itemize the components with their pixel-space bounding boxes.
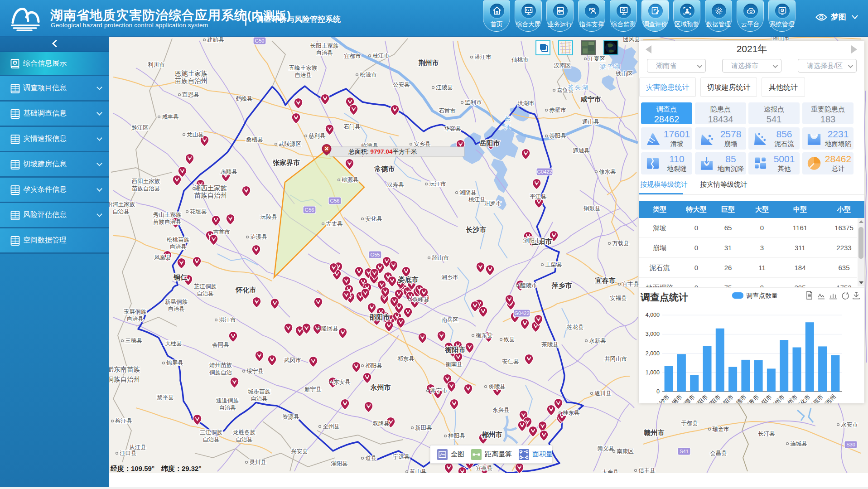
svg-text:恩施土家族: 恩施土家族 (174, 70, 208, 77)
svg-text:双峰县: 双峰县 (412, 296, 429, 303)
svg-text:宣恩县: 宣恩县 (182, 92, 199, 98)
svg-text:黔江区: 黔江区 (131, 125, 149, 131)
svg-text:安乡县: 安乡县 (414, 141, 431, 147)
svg-text:张家界市: 张家界市 (273, 159, 300, 166)
svg-text:于都县: 于都县 (681, 420, 698, 426)
svg-text:自治县: 自治县 (219, 405, 236, 411)
svg-text:永新县: 永新县 (589, 338, 606, 344)
svg-text:S41: S41 (680, 449, 689, 454)
svg-text:平江县: 平江县 (530, 194, 547, 200)
svg-text:沿河土家族: 沿河土家族 (109, 201, 135, 208)
svg-text:玉屏侗族: 玉屏侗族 (124, 309, 147, 315)
svg-text:自治县: 自治县 (251, 396, 268, 402)
svg-text:湘西土家族: 湘西土家族 (194, 184, 227, 192)
svg-text:松滋市: 松滋市 (360, 72, 377, 78)
svg-text:铜仁: 铜仁 (173, 273, 187, 281)
svg-text:武陵源区: 武陵源区 (278, 141, 302, 147)
svg-text:自治县: 自治县 (112, 208, 130, 215)
svg-text:建始县: 建始县 (207, 37, 224, 43)
svg-text:桃源县: 桃源县 (342, 177, 359, 183)
svg-text:莲花县: 莲花县 (567, 324, 584, 330)
svg-text:华容县: 华容县 (444, 126, 461, 132)
svg-text:瑞金市: 瑞金市 (712, 426, 729, 432)
svg-text:侗族自治: 侗族自治 (209, 369, 232, 376)
svg-text:荆州市: 荆州市 (418, 59, 439, 67)
svg-text:自治县: 自治县 (316, 50, 333, 56)
svg-text:利川市: 利川市 (147, 62, 165, 68)
svg-text:团风县: 团风县 (623, 36, 640, 43)
svg-text:宁远县: 宁远县 (393, 454, 410, 460)
svg-text:汨罗市: 汨罗市 (484, 200, 502, 207)
svg-text:灌阳县: 灌阳县 (331, 460, 348, 467)
svg-text:赤壁市: 赤壁市 (549, 107, 566, 113)
svg-text:G56: G56 (305, 207, 314, 213)
svg-text:榕江县: 榕江县 (115, 418, 132, 424)
svg-text:石首市: 石首市 (439, 108, 456, 114)
svg-text:宜丰县: 宜丰县 (622, 281, 639, 287)
svg-text:桂东县: 桂东县 (562, 410, 580, 416)
svg-text:咸宁市: 咸宁市 (580, 95, 601, 103)
svg-text:湘乡市: 湘乡市 (441, 274, 458, 281)
svg-text:黎平县: 黎平县 (157, 394, 174, 401)
svg-text:铁山区: 铁山区 (615, 71, 633, 77)
svg-text:绥宁县: 绥宁县 (246, 368, 264, 374)
svg-text:灵川县: 灵川县 (249, 459, 266, 465)
svg-text:松桃苗族: 松桃苗族 (167, 237, 190, 243)
svg-text:新宁县: 新宁县 (304, 386, 322, 392)
svg-text:通山县: 通山县 (582, 119, 599, 125)
svg-text:遂川县: 遂川县 (594, 390, 612, 397)
svg-text:三穗县: 三穗县 (125, 338, 142, 344)
svg-text:信丰县: 信丰县 (638, 467, 656, 473)
svg-text:郴州市: 郴州市 (482, 431, 502, 438)
svg-text:苗族自治县: 苗族自治县 (153, 219, 182, 225)
svg-text:沅江市: 沅江市 (429, 181, 446, 187)
svg-text:万载县: 万载县 (612, 240, 629, 247)
svg-text:韶山市: 韶山市 (431, 255, 449, 261)
svg-text:沅陵县: 沅陵县 (260, 214, 277, 220)
svg-text:潜江市: 潜江市 (474, 54, 492, 60)
svg-text:常宁市: 常宁市 (430, 387, 448, 394)
svg-text:萍乡市: 萍乡市 (551, 281, 572, 289)
svg-text:长沙市: 长沙市 (466, 226, 487, 233)
svg-text:永兴县: 永兴县 (492, 407, 510, 413)
svg-text:永安市: 永安市 (841, 421, 858, 428)
svg-text:祁阳县: 祁阳县 (365, 363, 382, 369)
svg-text:岳阳市: 岳阳市 (479, 139, 500, 147)
svg-text:G55: G55 (371, 252, 380, 257)
svg-text:宜都市: 宜都市 (344, 53, 361, 59)
svg-text:崇义县: 崇义县 (597, 445, 614, 452)
svg-text:大余县: 大余县 (602, 469, 619, 473)
svg-text:永顺县: 永顺县 (220, 169, 237, 175)
svg-text:邵阳市: 邵阳市 (369, 313, 390, 321)
svg-text:安化县: 安化县 (365, 216, 382, 222)
svg-text:攸县: 攸县 (503, 336, 515, 343)
svg-text:龙山县: 龙山县 (187, 131, 204, 138)
svg-text:隆回县: 隆回县 (321, 325, 338, 332)
svg-text:黔东南苗族: 黔东南苗族 (109, 366, 140, 373)
svg-text:洪江市: 洪江市 (219, 317, 236, 323)
svg-text:赣州市: 赣州市 (644, 429, 665, 436)
svg-text:湘阴县: 湘阴县 (459, 189, 477, 196)
svg-text:新田县: 新田县 (415, 425, 432, 431)
svg-text:G0422: G0422 (514, 310, 529, 316)
svg-text:常德市: 常德市 (374, 165, 395, 173)
svg-text:兴安县: 兴安县 (291, 448, 308, 455)
svg-text:苗族自治州: 苗族自治州 (175, 77, 208, 84)
svg-text:天柱县: 天柱县 (165, 340, 182, 347)
svg-text:自治县: 自治县 (197, 290, 214, 297)
svg-text:东安县: 东安县 (333, 379, 351, 385)
svg-text:江陵县: 江陵县 (436, 84, 453, 91)
svg-text:龙胜各族: 龙胜各族 (233, 429, 256, 436)
svg-text:靖州苗族: 靖州苗族 (209, 362, 232, 368)
svg-text:城步苗族: 城步苗族 (248, 388, 271, 395)
svg-text:长沙市: 长沙市 (654, 393, 670, 403)
svg-text:衡南县: 衡南县 (445, 361, 463, 368)
svg-text:锦屏县: 锦屏县 (166, 360, 183, 366)
svg-text:长阳土家族: 长阳土家族 (310, 43, 339, 49)
svg-text:0: 0 (656, 388, 660, 395)
svg-text:南岳区: 南岳区 (441, 317, 458, 323)
svg-text:三江侗族: 三江侗族 (200, 429, 223, 436)
svg-text:会同县: 会同县 (212, 342, 229, 348)
svg-text:双牌县: 双牌县 (372, 421, 390, 427)
svg-text:仙桃市: 仙桃市 (511, 57, 529, 63)
